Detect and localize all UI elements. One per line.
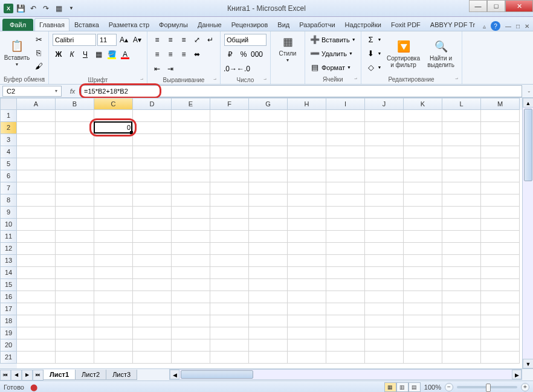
cell[interactable] bbox=[404, 134, 442, 146]
align-center-icon[interactable]: ≡ bbox=[164, 48, 176, 60]
cell[interactable] bbox=[326, 158, 365, 170]
hscroll-thumb[interactable] bbox=[181, 370, 253, 379]
align-right-icon[interactable]: ≡ bbox=[178, 48, 190, 60]
row-header[interactable]: 8 bbox=[0, 194, 17, 207]
cell[interactable] bbox=[17, 352, 56, 364]
cell[interactable] bbox=[210, 243, 249, 255]
merge-icon[interactable]: ⬌ bbox=[191, 48, 203, 60]
cell[interactable] bbox=[172, 146, 210, 158]
scroll-down-icon[interactable]: ▼ bbox=[523, 359, 533, 368]
percent-icon[interactable]: % bbox=[237, 48, 250, 60]
cell[interactable] bbox=[326, 170, 365, 182]
row-header[interactable]: 16 bbox=[0, 291, 17, 303]
cell[interactable] bbox=[288, 158, 326, 170]
cell[interactable] bbox=[442, 255, 481, 267]
cell[interactable] bbox=[172, 279, 210, 291]
cell[interactable] bbox=[442, 158, 481, 170]
cell[interactable] bbox=[56, 194, 94, 207]
doc-restore-icon[interactable]: □ bbox=[516, 23, 520, 30]
cell[interactable] bbox=[442, 122, 481, 134]
format-cells-button[interactable]: ▤Формат▼ bbox=[309, 61, 357, 74]
fx-button[interactable]: fx bbox=[64, 88, 81, 95]
cell[interactable] bbox=[94, 134, 133, 146]
cell[interactable] bbox=[288, 267, 326, 279]
cell[interactable] bbox=[404, 352, 442, 364]
row-header[interactable]: 14 bbox=[0, 267, 17, 279]
number-format-select[interactable] bbox=[224, 34, 266, 46]
cell[interactable] bbox=[94, 243, 133, 255]
cell[interactable] bbox=[56, 291, 94, 303]
scroll-right-icon[interactable]: ▶ bbox=[512, 370, 522, 379]
cell[interactable] bbox=[133, 267, 172, 279]
cell[interactable] bbox=[56, 303, 94, 315]
cell[interactable] bbox=[172, 352, 210, 364]
cell[interactable] bbox=[365, 267, 404, 279]
cell[interactable] bbox=[210, 327, 249, 339]
cell[interactable] bbox=[249, 122, 288, 134]
cells-area[interactable]: 0 bbox=[17, 110, 522, 368]
delete-cells-button[interactable]: ➖Удалить▼ bbox=[309, 47, 357, 60]
cell[interactable] bbox=[481, 327, 520, 339]
row-header[interactable]: 10 bbox=[0, 219, 17, 231]
maximize-button[interactable]: □ bbox=[487, 0, 505, 12]
cell[interactable] bbox=[249, 170, 288, 182]
cell[interactable] bbox=[326, 243, 365, 255]
cell[interactable] bbox=[442, 327, 481, 339]
cell[interactable] bbox=[442, 207, 481, 219]
cell[interactable] bbox=[249, 207, 288, 219]
increase-font-icon[interactable]: A▴ bbox=[118, 34, 130, 46]
cell[interactable]: 0 bbox=[94, 122, 133, 134]
cell[interactable] bbox=[172, 291, 210, 303]
cell[interactable] bbox=[442, 291, 481, 303]
cell[interactable] bbox=[288, 279, 326, 291]
normal-view-button[interactable]: ▦ bbox=[384, 382, 396, 392]
column-header[interactable]: G bbox=[249, 98, 288, 110]
cell[interactable] bbox=[56, 339, 94, 352]
cell[interactable] bbox=[365, 352, 404, 364]
cell[interactable] bbox=[442, 303, 481, 315]
cell[interactable] bbox=[210, 267, 249, 279]
find-select-button[interactable]: 🔍 Найти и выделить bbox=[424, 33, 458, 74]
cell[interactable] bbox=[17, 134, 56, 146]
cell[interactable] bbox=[326, 315, 365, 327]
cell[interactable] bbox=[17, 170, 56, 182]
cell[interactable] bbox=[442, 279, 481, 291]
bold-button[interactable]: Ж bbox=[53, 48, 65, 60]
row-header[interactable]: 9 bbox=[0, 207, 17, 219]
cell[interactable] bbox=[94, 170, 133, 182]
cell[interactable] bbox=[133, 182, 172, 194]
column-header[interactable]: J bbox=[365, 98, 404, 110]
column-header[interactable]: I bbox=[326, 98, 365, 110]
cell[interactable] bbox=[442, 194, 481, 207]
align-middle-icon[interactable]: ≡ bbox=[164, 34, 176, 46]
close-button[interactable]: ✕ bbox=[505, 0, 533, 12]
font-color-button[interactable]: A bbox=[119, 48, 131, 60]
cell[interactable] bbox=[288, 231, 326, 243]
cell[interactable] bbox=[481, 170, 520, 182]
cell[interactable] bbox=[481, 303, 520, 315]
cell[interactable] bbox=[94, 158, 133, 170]
cell[interactable] bbox=[249, 315, 288, 327]
cell[interactable] bbox=[210, 134, 249, 146]
cell[interactable] bbox=[365, 303, 404, 315]
cell[interactable] bbox=[17, 146, 56, 158]
cut-icon[interactable]: ✂ bbox=[33, 33, 45, 45]
increase-indent-icon[interactable]: ⇥ bbox=[164, 63, 176, 75]
qat-dropdown-icon[interactable]: ▼ bbox=[66, 3, 77, 14]
cell[interactable] bbox=[56, 207, 94, 219]
cell[interactable] bbox=[404, 170, 442, 182]
cell[interactable] bbox=[365, 182, 404, 194]
cell[interactable] bbox=[365, 134, 404, 146]
cell[interactable] bbox=[326, 207, 365, 219]
ribbon-tab[interactable]: Разработчи bbox=[294, 18, 340, 31]
ribbon-tab[interactable]: Вставка bbox=[69, 18, 104, 31]
cell[interactable] bbox=[326, 352, 365, 364]
cell[interactable] bbox=[288, 122, 326, 134]
cell[interactable] bbox=[442, 110, 481, 122]
cell[interactable] bbox=[481, 267, 520, 279]
cell[interactable] bbox=[94, 267, 133, 279]
cell[interactable] bbox=[94, 291, 133, 303]
cell[interactable] bbox=[326, 122, 365, 134]
row-header[interactable]: 13 bbox=[0, 255, 17, 267]
row-header[interactable]: 15 bbox=[0, 279, 17, 291]
